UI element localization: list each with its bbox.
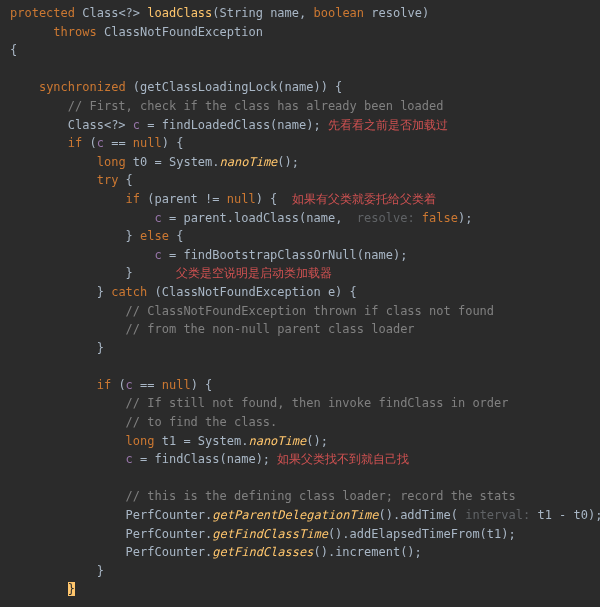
- keyword-throws: throws: [53, 25, 96, 39]
- op: ==: [133, 378, 162, 392]
- comment: // ClassNotFoundException thrown if clas…: [126, 304, 494, 318]
- null: null: [162, 378, 191, 392]
- static-fn: getParentDelegationTime: [212, 508, 378, 522]
- brace: {: [169, 229, 183, 243]
- type: boolean: [314, 6, 372, 20]
- var-c: c: [133, 118, 140, 132]
- paren: ): [422, 6, 429, 20]
- annotation: 父类是空说明是启动类加载器: [133, 266, 332, 280]
- param-hint: resolve:: [350, 211, 422, 225]
- false: false: [422, 211, 458, 225]
- comment: // this is the defining class loader; re…: [126, 489, 516, 503]
- expr: ().addElapsedTimeFrom(t1);: [328, 527, 516, 541]
- assign: = findClass(name);: [133, 452, 270, 466]
- op: ==: [104, 136, 133, 150]
- paren: ): [162, 136, 176, 150]
- comment: // If still not found, then invoke findC…: [126, 396, 509, 410]
- type: String: [220, 6, 271, 20]
- annotation: 如果有父类就委托给父类着: [277, 192, 435, 206]
- paren: (: [82, 136, 96, 150]
- keyword-long: long: [97, 155, 126, 169]
- brace: {: [118, 173, 132, 187]
- keyword-protected: protected: [10, 6, 75, 20]
- var-c: c: [97, 136, 104, 150]
- method-name: loadClass: [147, 6, 212, 20]
- var-c: c: [155, 248, 162, 262]
- call-end: ();: [277, 155, 299, 169]
- var-c: c: [126, 452, 133, 466]
- annotation: 先看看之前是否加载过: [321, 118, 448, 132]
- comment: // from the non-null parent class loader: [126, 322, 415, 336]
- assign: = parent.loadClass(name,: [162, 211, 350, 225]
- brace: {: [10, 43, 17, 57]
- eq: = System.: [176, 434, 248, 448]
- keyword-else: else: [140, 229, 169, 243]
- var-c: c: [126, 378, 133, 392]
- static-fn: getFindClassTime: [212, 527, 328, 541]
- brace-match: }: [68, 582, 75, 596]
- expr: t1 - t0);: [537, 508, 600, 522]
- static-fn: nanoTime: [220, 155, 278, 169]
- brace: }: [97, 564, 104, 578]
- brace: }: [97, 341, 104, 355]
- expr: PerfCounter.: [126, 508, 213, 522]
- generic: <?>: [118, 6, 147, 20]
- expr: PerfCounter.: [126, 527, 213, 541]
- type: Class<?>: [68, 118, 133, 132]
- keyword-try: try: [97, 173, 119, 187]
- static-fn: nanoTime: [248, 434, 306, 448]
- param-hint: interval:: [458, 508, 537, 522]
- assign: = findLoadedClass(name);: [140, 118, 321, 132]
- close: ) {: [191, 378, 213, 392]
- brace: }: [126, 229, 140, 243]
- comment: // to find the class.: [126, 415, 278, 429]
- annotation: 如果父类找不到就自己找: [270, 452, 409, 466]
- cond: (parent !=: [140, 192, 227, 206]
- brace: }: [126, 266, 133, 280]
- close: ) {: [256, 192, 278, 206]
- end: );: [458, 211, 472, 225]
- keyword-if: if: [97, 378, 111, 392]
- expr: PerfCounter.: [126, 545, 213, 559]
- exception: ClassNotFoundException: [97, 25, 263, 39]
- param: name: [270, 6, 299, 20]
- static-fn: getFindClasses: [212, 545, 313, 559]
- param: resolve: [371, 6, 422, 20]
- null: null: [227, 192, 256, 206]
- keyword-long: long: [126, 434, 155, 448]
- keyword-catch: catch: [111, 285, 147, 299]
- comment: // First, check if the class has already…: [68, 99, 444, 113]
- eq: = System.: [147, 155, 219, 169]
- null: null: [133, 136, 162, 150]
- brace: }: [97, 285, 111, 299]
- keyword-if: if: [126, 192, 140, 206]
- var-c: c: [155, 211, 162, 225]
- sync-expr: (getClassLoadingLock(name)) {: [126, 80, 343, 94]
- expr: ().increment();: [313, 545, 421, 559]
- catch-expr: (ClassNotFoundException e) {: [147, 285, 357, 299]
- paren: (: [111, 378, 125, 392]
- keyword-if: if: [68, 136, 82, 150]
- expr: ().addTime(: [378, 508, 457, 522]
- paren: (: [212, 6, 219, 20]
- comma: ,: [299, 6, 313, 20]
- brace: {: [176, 136, 183, 150]
- type: Class: [82, 6, 118, 20]
- call-end: ();: [306, 434, 328, 448]
- assign: = findBootstrapClassOrNull(name);: [162, 248, 408, 262]
- keyword-sync: synchronized: [39, 80, 126, 94]
- var-t1: t1: [155, 434, 177, 448]
- var-t0: t0: [126, 155, 148, 169]
- code-editor[interactable]: protected Class<?> loadClass(String name…: [0, 0, 600, 599]
